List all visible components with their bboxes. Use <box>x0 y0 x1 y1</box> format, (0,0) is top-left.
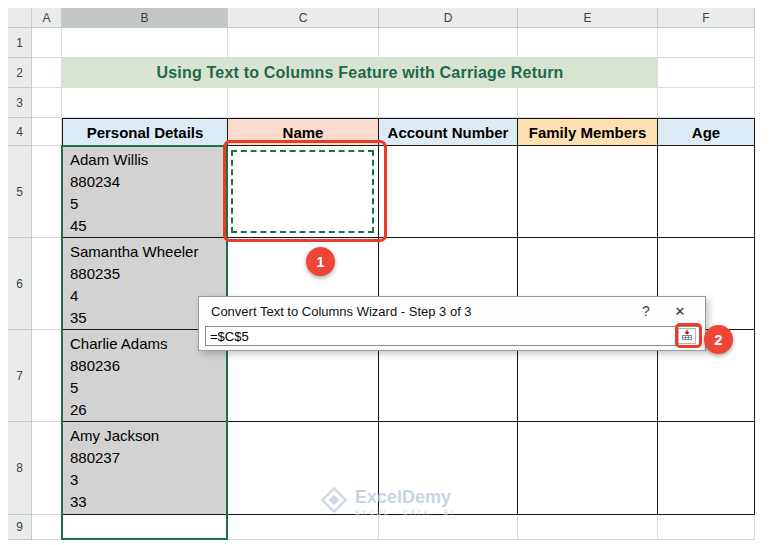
row-header-6[interactable]: 6 <box>8 238 32 330</box>
cell-c8[interactable] <box>228 422 379 515</box>
empty-cell[interactable] <box>32 330 62 422</box>
empty-cell[interactable] <box>658 28 755 58</box>
help-button[interactable]: ? <box>637 302 655 320</box>
column-header-f[interactable]: F <box>658 8 755 28</box>
cell-line: 45 <box>70 215 227 237</box>
empty-cell[interactable] <box>32 146 62 238</box>
cell-line: 880236 <box>70 355 227 377</box>
close-icon[interactable]: ✕ <box>671 302 689 320</box>
empty-cell[interactable] <box>32 238 62 330</box>
empty-cell[interactable] <box>32 28 62 58</box>
cell-line: 3 <box>70 469 227 491</box>
column-header-e[interactable]: E <box>518 8 658 28</box>
row-header-5[interactable]: 5 <box>8 146 32 238</box>
cell-d8[interactable] <box>379 422 518 515</box>
header-family-members[interactable]: Family Members <box>518 118 658 146</box>
header-personal-details[interactable]: Personal Details <box>62 118 228 146</box>
dialog-title: Convert Text to Columns Wizard - Step 3 … <box>211 304 472 319</box>
empty-cell[interactable] <box>379 28 518 58</box>
cell-line: 5 <box>70 377 227 399</box>
cell-f8[interactable] <box>658 422 755 515</box>
cell-line: 880235 <box>70 263 227 285</box>
cell-e8[interactable] <box>518 422 658 515</box>
row-header-7[interactable]: 7 <box>8 330 32 422</box>
row-header-1[interactable]: 1 <box>8 28 32 58</box>
destination-reference-input[interactable] <box>205 326 701 346</box>
column-header-c[interactable]: C <box>228 8 379 28</box>
empty-cell[interactable] <box>518 28 658 58</box>
empty-cell[interactable] <box>32 88 62 118</box>
text-to-columns-dialog: Convert Text to Columns Wizard - Step 3 … <box>198 296 706 351</box>
cell-line: 880237 <box>70 447 227 469</box>
cell-line: Samantha Wheeler <box>70 241 227 263</box>
cell-line: Amy Jackson <box>70 425 227 447</box>
cell-line: 5 <box>70 193 227 215</box>
header-age[interactable]: Age <box>658 118 755 146</box>
empty-cell[interactable] <box>228 88 379 118</box>
cell-b5[interactable]: Adam Willis 880234 5 45 <box>62 146 228 238</box>
row-header-4[interactable]: 4 <box>8 118 32 146</box>
row-header-3[interactable]: 3 <box>8 88 32 118</box>
empty-cell[interactable] <box>32 515 62 540</box>
empty-cell[interactable] <box>32 58 62 88</box>
select-all-corner[interactable] <box>8 8 32 28</box>
cell-line: 26 <box>70 399 227 421</box>
empty-cell[interactable] <box>658 88 755 118</box>
cell-line: 880234 <box>70 171 227 193</box>
column-header-b[interactable]: B <box>62 8 228 28</box>
empty-cell[interactable] <box>518 88 658 118</box>
empty-cell[interactable] <box>32 422 62 515</box>
column-header-d[interactable]: D <box>379 8 518 28</box>
cell-f5[interactable] <box>658 146 755 238</box>
annotation-highlight-cell <box>223 140 387 242</box>
annotation-highlight-collapse-button <box>675 323 702 348</box>
cell-line: 33 <box>70 491 227 513</box>
empty-cell[interactable] <box>228 515 379 540</box>
cell-e5[interactable] <box>518 146 658 238</box>
row-header-2[interactable]: 2 <box>8 58 32 88</box>
annotation-step-1-badge: 1 <box>306 247 335 276</box>
row-header-8[interactable]: 8 <box>8 422 32 515</box>
header-account-number[interactable]: Account Number <box>379 118 518 146</box>
title-banner[interactable]: Using Text to Columns Feature with Carri… <box>62 58 658 88</box>
empty-cell[interactable] <box>379 88 518 118</box>
empty-cell[interactable] <box>62 28 228 58</box>
cell-d5[interactable] <box>379 146 518 238</box>
empty-cell[interactable] <box>518 515 658 540</box>
row-header-9[interactable]: 9 <box>8 515 32 540</box>
empty-cell[interactable] <box>379 515 518 540</box>
empty-cell[interactable] <box>32 118 62 146</box>
empty-cell[interactable] <box>62 515 228 540</box>
empty-cell[interactable] <box>228 28 379 58</box>
worksheet-grid: A B C D E F 1 2 3 4 5 6 7 8 9 <box>8 8 755 540</box>
cell-line: Adam Willis <box>70 149 227 171</box>
empty-cell[interactable] <box>658 58 755 88</box>
spreadsheet-window: A B C D E F 1 2 3 4 5 6 7 8 9 <box>0 0 781 545</box>
empty-cell[interactable] <box>62 88 228 118</box>
empty-cell[interactable] <box>658 515 755 540</box>
column-header-a[interactable]: A <box>32 8 62 28</box>
annotation-step-2-badge: 2 <box>704 325 733 354</box>
cell-b8[interactable]: Amy Jackson 880237 3 33 <box>62 422 228 515</box>
